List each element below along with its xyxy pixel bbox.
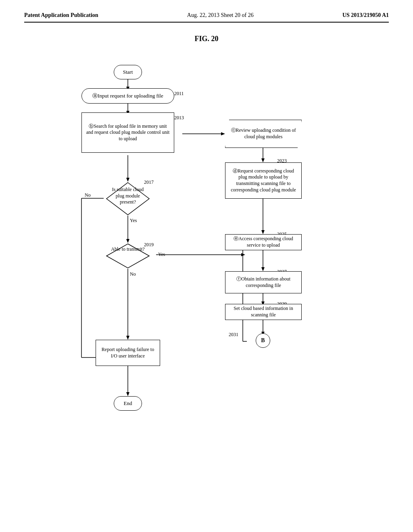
flowchart: Start 2011 ⓐInput request for uploading … [49, 59, 364, 442]
svg-marker-13 [126, 239, 129, 243]
node-2023: ⓓRequest corresponding cloud plug module… [225, 162, 302, 199]
node-2011-label: 2011 [174, 91, 184, 97]
node-2021: Report uploading failure to I/O user int… [96, 340, 160, 366]
node-2015-text: ⓒReview uploading condition of cloud plu… [225, 126, 301, 141]
svg-marker-5 [221, 132, 225, 135]
svg-marker-29 [126, 392, 129, 396]
header-right: US 2013/219050 A1 [342, 12, 389, 19]
node-2025: ⓔAccess corresponding cloud service to u… [225, 234, 302, 250]
svg-marker-19 [261, 267, 265, 271]
node-2011-text: ⓐInput request for uploading file [89, 92, 166, 100]
page: Patent Application Publication Aug. 22, … [0, 0, 413, 532]
no-label-2019: No [130, 271, 136, 277]
node-2027-text: ⓕObtain information about corresponding … [225, 275, 301, 289]
node-2023-text: ⓓRequest corresponding cloud plug module… [225, 166, 301, 195]
node-2013-label: 2013 [174, 115, 184, 121]
svg-marker-9 [126, 178, 129, 182]
no-label-2017: No [85, 192, 91, 198]
node-2031-text: B [261, 337, 265, 344]
end-node: End [114, 396, 142, 411]
yes-label-2017: Yes [130, 218, 137, 224]
svg-marker-7 [261, 158, 265, 162]
node-2015: ⓒReview uploading condition of cloud plu… [225, 120, 302, 148]
fig-title: FIG. 20 [24, 35, 389, 43]
header-left: Patent Application Publication [24, 12, 98, 19]
svg-marker-27 [126, 336, 129, 340]
node-2031-label: 2031 [229, 332, 238, 338]
node-2027: ⓕObtain information about corresponding … [225, 271, 302, 293]
yes-label-2019: Yes [158, 251, 165, 258]
page-header: Patent Application Publication Aug. 22, … [24, 12, 389, 23]
node-2019-diamond: Able to transmit? [106, 243, 150, 269]
node-2013-text: ⓑSearch for upload file in memory unit a… [82, 122, 174, 144]
node-2017-diamond: Is suitable cloud plug module present? [106, 182, 150, 216]
header-center: Aug. 22, 2013 Sheet 20 of 26 [187, 12, 254, 19]
node-2021-text: Report uploading failure to I/O user int… [96, 345, 160, 361]
svg-marker-25 [241, 253, 245, 256]
node-2013: ⓑSearch for upload file in memory unit a… [81, 112, 174, 153]
node-2025-text: ⓔAccess corresponding cloud service to u… [225, 235, 301, 249]
start-label: Start [123, 69, 133, 76]
svg-marker-11 [261, 230, 265, 234]
node-2029: Set cloud based information in scanning … [225, 304, 302, 320]
end-label: End [124, 400, 132, 407]
node-2031: B [256, 333, 270, 348]
start-node: Start [114, 65, 142, 79]
node-2029-text: Set cloud based information in scanning … [225, 305, 301, 319]
node-2011: ⓐInput request for uploading file [81, 88, 174, 104]
